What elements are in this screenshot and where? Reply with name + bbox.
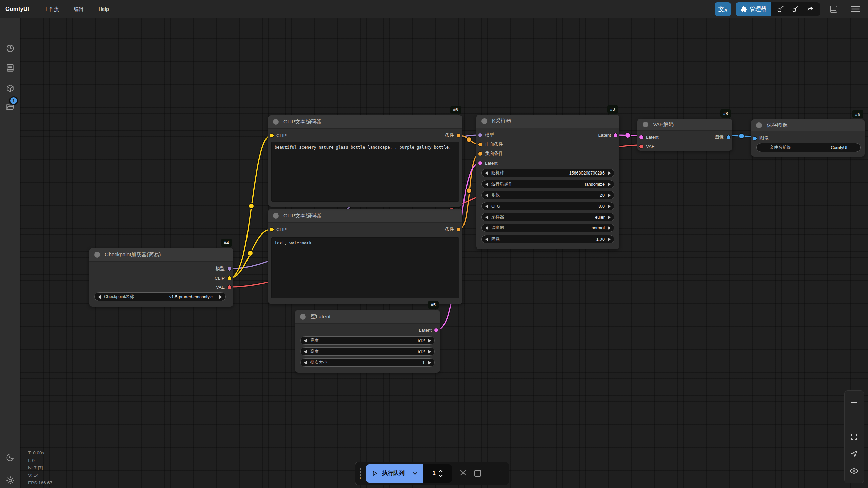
node-header[interactable]: VAE解码	[637, 119, 732, 131]
widget-sampler-name[interactable]: 采样器 euler	[481, 213, 614, 221]
output-slot-vae[interactable]: VAE	[216, 284, 232, 290]
widget-batch-size[interactable]: 批次大小 1	[300, 358, 435, 367]
run-options-chevron-icon[interactable]	[412, 470, 418, 476]
prev-value-icon[interactable]	[304, 339, 307, 343]
conditioning-dot[interactable]	[478, 151, 482, 156]
next-value-icon[interactable]	[428, 339, 431, 343]
widget-control-after-generate[interactable]: 运行后操作 randomize	[481, 180, 614, 188]
node-checkpoint-loader[interactable]: #4 Checkpoint加载器(简易) 模型 CLIP VAE Checkpo…	[89, 248, 233, 307]
prev-value-icon[interactable]	[485, 193, 488, 197]
latent-dot[interactable]	[613, 133, 618, 137]
clip-dot[interactable]	[270, 133, 274, 138]
run-queue-button[interactable]: 执行队列	[366, 464, 423, 483]
node-header[interactable]: 保存图像	[751, 119, 865, 131]
next-value-icon[interactable]	[608, 226, 611, 230]
node-header[interactable]: CLIP文本编码器	[268, 209, 462, 223]
next-value-icon[interactable]	[428, 350, 431, 354]
collapse-dot[interactable]	[94, 252, 100, 258]
node-vae-decode[interactable]: #8 VAE解码 Latent VAE 图像	[637, 119, 732, 151]
vae-dot[interactable]	[227, 285, 232, 289]
latent-dot[interactable]	[639, 135, 644, 139]
stop-button[interactable]	[474, 470, 481, 477]
prev-value-icon[interactable]	[485, 226, 488, 230]
input-slot-clip[interactable]: CLIP	[270, 226, 287, 233]
input-slot-model[interactable]: 模型	[478, 131, 494, 138]
prev-value-icon[interactable]	[485, 204, 488, 208]
next-value-icon[interactable]	[219, 295, 222, 299]
node-library-icon[interactable]	[5, 63, 15, 73]
next-value-icon[interactable]	[608, 171, 611, 175]
widget-checkpoint-name[interactable]: Checkpoint名称 v1-5-pruned-emaonly.c...	[94, 292, 226, 301]
drag-handle[interactable]	[360, 468, 361, 479]
output-slot-conditioning[interactable]: 条件	[445, 132, 461, 139]
image-dot[interactable]	[753, 136, 757, 141]
node-header[interactable]: K采样器	[476, 115, 619, 128]
clip-dot[interactable]	[227, 276, 232, 280]
node-save-image[interactable]: #9 保存图像 图像 文件名前缀 ComfyUI	[751, 119, 865, 157]
input-slot-vae[interactable]: VAE	[639, 143, 655, 150]
conditioning-dot[interactable]	[456, 227, 461, 232]
prev-value-icon[interactable]	[304, 350, 307, 354]
output-slot-latent[interactable]: Latent	[598, 131, 618, 138]
collapse-dot[interactable]	[273, 213, 279, 219]
widget-seed[interactable]: 随机种 156680208700286	[481, 169, 614, 177]
node-header[interactable]: CLIP文本编码器	[268, 115, 462, 129]
collapse-dot[interactable]	[273, 119, 279, 125]
decrement-icon[interactable]	[438, 474, 443, 477]
widget-denoise[interactable]: 降噪 1.00	[481, 235, 614, 243]
link-dot[interactable]	[466, 137, 472, 142]
next-value-icon[interactable]	[608, 215, 611, 219]
input-slot-latent[interactable]: Latent	[639, 134, 659, 140]
input-slot-negative[interactable]: 负面条件	[478, 150, 503, 157]
fit-view-icon[interactable]	[849, 432, 859, 442]
latent-dot[interactable]	[478, 161, 482, 165]
conditioning-dot[interactable]	[478, 142, 482, 147]
node-graph-canvas[interactable]: #7 CLIP文本编码器 CLIP 条件 text, watermark #6 …	[20, 18, 868, 488]
theme-toggle-icon[interactable]	[5, 452, 15, 463]
next-value-icon[interactable]	[608, 182, 611, 186]
collapse-dot[interactable]	[300, 314, 306, 320]
image-dot[interactable]	[726, 135, 731, 139]
collapse-dot[interactable]	[756, 122, 762, 128]
prev-value-icon[interactable]	[485, 237, 488, 241]
zoom-out-icon[interactable]	[849, 415, 859, 425]
widget-scheduler[interactable]: 调度器 normal	[481, 224, 614, 232]
node-clip-text-encode-negative[interactable]: #7 CLIP文本编码器 CLIP 条件 text, watermark	[268, 209, 462, 304]
toggle-visibility-icon[interactable]	[849, 466, 859, 476]
widget-height[interactable]: 高度 512	[300, 347, 435, 356]
link-dot[interactable]	[248, 250, 253, 256]
collapse-dot[interactable]	[643, 122, 648, 127]
share-icon[interactable]	[803, 2, 818, 16]
clear-queue-icon[interactable]	[459, 469, 467, 478]
input-slot-clip[interactable]: CLIP	[270, 132, 287, 139]
next-value-icon[interactable]	[608, 237, 611, 241]
menu-workflow[interactable]: 工作流	[44, 6, 59, 13]
node-empty-latent[interactable]: #5 空Latent Latent 宽度 512 高度 512 批次大小 1	[295, 310, 440, 373]
prev-value-icon[interactable]	[485, 182, 488, 186]
input-slot-image[interactable]: 图像	[753, 135, 769, 142]
manager-button[interactable]: 管理器	[736, 2, 771, 16]
model-library-icon[interactable]	[5, 83, 15, 94]
model-dot[interactable]	[478, 133, 482, 137]
input-slot-positive[interactable]: 正面条件	[478, 141, 503, 148]
pan-mode-icon[interactable]	[849, 449, 859, 459]
clean-all-icon[interactable]	[788, 2, 803, 16]
zoom-in-icon[interactable]	[849, 398, 859, 408]
link-dot[interactable]	[625, 133, 630, 138]
clean-workflow-icon[interactable]	[773, 2, 788, 16]
batch-count-value[interactable]: 1	[432, 470, 435, 477]
link-dot[interactable]	[249, 203, 254, 209]
output-slot-conditioning[interactable]: 条件	[445, 226, 461, 233]
node-header[interactable]: Checkpoint加载器(简易)	[89, 248, 233, 262]
settings-gear-icon[interactable]	[5, 475, 15, 485]
clip-dot[interactable]	[270, 227, 274, 232]
batch-count-input[interactable]: 1	[423, 464, 452, 483]
widget-width[interactable]: 宽度 512	[300, 336, 435, 345]
widget-steps[interactable]: 步数 20	[481, 191, 614, 199]
queue-history-icon[interactable]	[5, 43, 15, 53]
widget-filename-prefix[interactable]: 文件名前缀 ComfyUI	[756, 143, 861, 152]
output-slot-model[interactable]: 模型	[216, 265, 232, 272]
increment-icon[interactable]	[438, 470, 443, 473]
conditioning-dot[interactable]	[456, 133, 461, 138]
node-ksampler[interactable]: #3 K采样器 模型 正面条件 负面条件 Latent Latent 随机种	[476, 115, 619, 249]
